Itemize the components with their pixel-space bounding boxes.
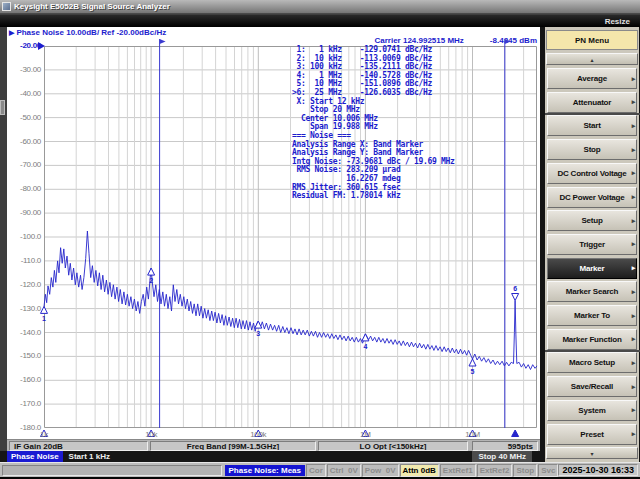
- menu-item-dc-power-voltage[interactable]: DC Power Voltage▸: [547, 187, 637, 208]
- y-tick-label: -40.00: [7, 89, 41, 98]
- trace-tab-phase-noise[interactable]: Phase Noise: [7, 451, 63, 462]
- menu-item-marker-search[interactable]: Marker Search▸: [547, 281, 637, 302]
- menu-item-trigger[interactable]: Trigger▸: [547, 234, 637, 255]
- marker-6-number: 6: [513, 285, 517, 292]
- menu-item-dc-control-voltage[interactable]: DC Control Voltage▸: [547, 163, 637, 184]
- status-extref1: ExtRef1: [440, 464, 476, 477]
- menu-scroll-up-button[interactable]: ▴: [546, 53, 638, 65]
- submenu-arrow-icon: ▸: [632, 312, 635, 320]
- y-tick-label: -30.00: [7, 65, 41, 74]
- marker-2-icon: [148, 268, 155, 275]
- marker-3-icon: [255, 321, 262, 328]
- menu-item-label: DC Control Voltage: [557, 169, 626, 178]
- info-segment: LO Opt [<150kHz]: [318, 441, 468, 451]
- carrier-readout: Carrier 124.992515 MHz-8.4345 dBm: [374, 36, 537, 45]
- x-tick-label: 1M: [352, 430, 378, 439]
- marker-6-axis-tick-icon: [512, 430, 519, 437]
- status-message-area: [2, 465, 222, 476]
- menu-item-start[interactable]: Start▸: [547, 115, 637, 136]
- menu-item-marker[interactable]: Marker▸: [547, 258, 637, 279]
- menu-item-label: Macro Setup: [569, 358, 615, 367]
- submenu-arrow-icon: ▸: [632, 169, 635, 177]
- menu-title: PN Menu: [546, 30, 638, 50]
- menu-item-label: System: [578, 406, 605, 415]
- y-tick-label: -170.0: [7, 399, 41, 408]
- y-tick-label: -130.0: [7, 304, 41, 313]
- trace-header-label: Phase Noise 10.00dB/ Ref -20.00dBc/Hz: [16, 28, 166, 37]
- status-bar: Phase Noise: Meas CorCtrl 0VPow 0VAttn 0…: [0, 462, 640, 477]
- menu-item-macro-setup[interactable]: Macro Setup▸: [547, 352, 637, 373]
- menu-item-label: Marker: [579, 264, 604, 273]
- x-tick-label: 100k: [245, 430, 271, 439]
- menu-item-label: Marker Function: [562, 335, 621, 344]
- clock: 2025-10-30 16:33: [558, 464, 638, 476]
- status-attn-0db: Attn 0dB: [400, 464, 439, 477]
- menu-item-marker-function[interactable]: Marker Function▸: [547, 329, 637, 350]
- carrier-frequency: Carrier 124.992515 MHz: [374, 36, 463, 45]
- submenu-arrow-icon: ▸: [632, 264, 635, 272]
- menu-item-marker-to[interactable]: Marker To▸: [547, 305, 637, 326]
- menu-item-attenuator[interactable]: Attenuator▸: [547, 92, 637, 113]
- plot-canvas[interactable]: 123456: [44, 46, 537, 428]
- y-tick-label: -70.00: [7, 160, 41, 169]
- menu-item-label: Marker To: [574, 311, 610, 320]
- menu-item-label: Setup: [581, 216, 602, 225]
- submenu-arrow-icon: ▸: [632, 146, 635, 154]
- menu-item-setup[interactable]: Setup▸: [547, 210, 637, 231]
- trace-header: ▶Phase Noise 10.00dB/ Ref -20.00dBc/Hz: [9, 28, 166, 37]
- measurement-window: ▶Phase Noise 10.00dB/ Ref -20.00dBc/Hz C…: [7, 27, 540, 451]
- y-tick-label: -100.0: [7, 232, 41, 241]
- submenu-arrow-icon: ▸: [632, 359, 635, 367]
- submenu-arrow-icon: ▸: [632, 75, 635, 83]
- submenu-arrow-icon: ▸: [632, 122, 635, 130]
- menu-item-save-recall[interactable]: Save/Recall▸: [547, 376, 637, 397]
- info-segment: Freq Band [99M-1.5GHz]: [150, 441, 316, 451]
- submenu-arrow-icon: ▸: [632, 193, 635, 201]
- submenu-arrow-icon: ▸: [632, 406, 635, 414]
- marker-2-number: 2: [149, 277, 153, 284]
- y-tick-label: -20.00: [7, 41, 41, 50]
- left-edge-notch: [0, 100, 5, 115]
- instrument-screen: Keysight E5052B Signal Source Analyzer R…: [0, 0, 640, 479]
- submenu-arrow-icon: ▸: [632, 335, 635, 343]
- submenu-arrow-icon: ▸: [632, 217, 635, 225]
- resize-button[interactable]: Resize: [605, 17, 630, 26]
- submenu-arrow-icon: ▸: [632, 430, 635, 438]
- status-cor: Cor: [306, 464, 326, 477]
- x-stop-label: Stop 40 MHz: [472, 451, 532, 462]
- window-title: Keysight E5052B Signal Source Analyzer: [14, 2, 170, 11]
- status-pow-0v: Pow 0V: [362, 464, 399, 477]
- x-tick-label: 10M: [460, 430, 486, 439]
- status-extref2: ExtRef2: [477, 464, 513, 477]
- menu-item-label: Attenuator: [573, 98, 611, 107]
- trace-info-bar: Phase Noise Start 1 kHz Stop 40 MHz: [0, 451, 540, 462]
- status-svc: Svc: [538, 464, 558, 477]
- menu-item-system[interactable]: System▸: [547, 400, 637, 421]
- menu-item-label: Trigger: [579, 240, 605, 249]
- y-tick-label: -120.0: [7, 280, 41, 289]
- y-tick-label: -110.0: [7, 256, 41, 265]
- y-tick-label: -80.00: [7, 184, 41, 193]
- y-tick-label: -60.00: [7, 137, 41, 146]
- app-icon: [2, 2, 11, 11]
- y-tick-label: -160.0: [7, 375, 41, 384]
- menu-item-label: Average: [577, 74, 607, 83]
- measurement-status-badge: Phase Noise: Meas: [225, 465, 305, 476]
- y-tick-label: -140.0: [7, 328, 41, 337]
- menu-scroll-down-button[interactable]: ▾: [546, 447, 638, 459]
- submenu-arrow-icon: ▸: [632, 383, 635, 391]
- menu-item-average[interactable]: Average▸: [547, 68, 637, 89]
- submenu-arrow-icon: ▸: [632, 98, 635, 106]
- toolbar-strip: Resize: [0, 15, 640, 27]
- marker-1-icon: [41, 306, 48, 313]
- menu-item-stop[interactable]: Stop▸: [547, 139, 637, 160]
- phase-noise-plot: 123456 1: 1 kHz -129.0741 dBc/Hz 2: 10 k…: [44, 46, 537, 428]
- menu-item-label: DC Power Voltage: [559, 193, 624, 202]
- menu-item-label: Start: [583, 121, 600, 130]
- softkey-menu-panel: PN Menu ▴ Average▸Attenuator▸Start▸Stop▸…: [545, 27, 640, 462]
- submenu-arrow-icon: ▸: [632, 288, 635, 296]
- window-titlebar: Keysight E5052B Signal Source Analyzer: [0, 0, 640, 14]
- menu-item-preset[interactable]: Preset▸: [547, 424, 637, 445]
- up-arrow-icon: ▴: [590, 56, 593, 63]
- info-segment: 595pts: [472, 441, 538, 451]
